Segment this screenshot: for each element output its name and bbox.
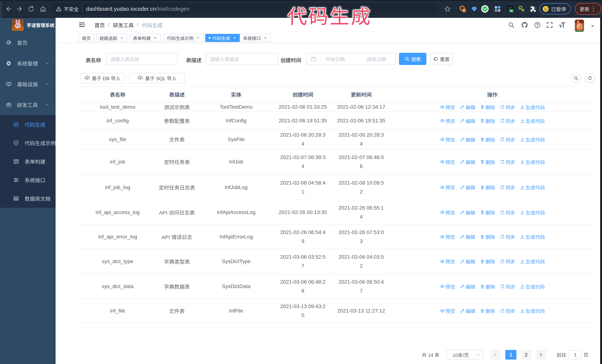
- profile-paused-badge[interactable]: 已暂停: [539, 3, 571, 14]
- page-button-2[interactable]: 2: [521, 350, 531, 360]
- column-header-actions[interactable]: 操作: [391, 91, 594, 98]
- tab-close-icon[interactable]: ×: [153, 36, 157, 40]
- page-size-select[interactable]: 10条/页: [446, 350, 483, 360]
- generate-code-link[interactable]: 生成代码: [520, 117, 545, 124]
- user-avatar[interactable]: [575, 20, 584, 32]
- edit-link[interactable]: 编辑: [460, 104, 475, 111]
- sidebar-item-form-builder[interactable]: 表单构建: [0, 152, 55, 171]
- generate-code-link[interactable]: 生成代码: [520, 233, 545, 240]
- delete-link[interactable]: 删除: [480, 158, 495, 165]
- header-fullscreen-button[interactable]: [544, 18, 555, 32]
- bookmark-star-button[interactable]: [443, 4, 452, 13]
- column-header-table-name[interactable]: 表名称: [80, 91, 156, 98]
- sidebar-item-system-management[interactable]: 系统管理: [0, 53, 55, 74]
- table-row[interactable]: tool_test_demo 测试示例表 ToolTestDemo 2021-0…: [80, 103, 594, 112]
- header-fontsize-button[interactable]: [557, 18, 567, 32]
- column-header-entity[interactable]: 实体: [198, 91, 274, 98]
- preview-link[interactable]: 预览: [440, 184, 455, 191]
- browser-menu-kebab-icon[interactable]: [593, 6, 594, 12]
- goto-page-input[interactable]: 1: [569, 350, 582, 359]
- table-row[interactable]: inf_api_error_log API 错误日志 InfApiErrorLo…: [80, 225, 594, 249]
- sync-link[interactable]: 同步: [500, 307, 515, 314]
- tab-form-builder[interactable]: 表单构建×: [130, 34, 161, 42]
- sidebar-item-home[interactable]: 首页: [0, 32, 55, 53]
- table-row[interactable]: sys_dict_type 字典类型表 SysDictType 2021-03-…: [80, 249, 594, 274]
- toggle-search-button[interactable]: [571, 73, 581, 83]
- sidebar-item-infrastructure[interactable]: 基础设施: [0, 74, 55, 94]
- preview-link[interactable]: 预览: [440, 209, 455, 216]
- generate-code-link[interactable]: 生成代码: [520, 184, 545, 191]
- breadcrumb-section[interactable]: 研发工具: [113, 21, 134, 29]
- import-from-sql-button[interactable]: 基于 SQL 导入: [129, 73, 185, 83]
- edit-link[interactable]: 编辑: [460, 233, 475, 240]
- search-button[interactable]: 搜索: [399, 53, 426, 65]
- table-row[interactable]: sys_dict_data 字典数据表 SysDictData 2021-03-…: [80, 274, 594, 299]
- column-header-create-time[interactable]: 创建时间: [274, 90, 332, 99]
- next-page-button[interactable]: [536, 350, 546, 360]
- address-bar[interactable]: 不安全 dashboard.yudao.iocoder.cn/tool/code…: [52, 3, 439, 15]
- edit-link[interactable]: 编辑: [460, 209, 475, 216]
- tab-system-api[interactable]: 系统接口×: [240, 34, 271, 42]
- table-row[interactable]: inf_job 定时任务表 InfJob 2021-02-07 06:39:3 …: [80, 149, 594, 175]
- delete-link[interactable]: 删除: [480, 184, 495, 191]
- header-search-button[interactable]: [506, 18, 516, 32]
- tab-close-icon[interactable]: ×: [119, 36, 124, 40]
- reset-button[interactable]: 重置: [430, 53, 453, 65]
- header-github-button[interactable]: [519, 18, 530, 32]
- extension-icon-puzzle[interactable]: [529, 5, 537, 13]
- sync-link[interactable]: 同步: [500, 158, 515, 165]
- tab-close-icon[interactable]: ×: [263, 36, 268, 40]
- generate-code-link[interactable]: 生成代码: [520, 258, 545, 265]
- prev-page-button[interactable]: [490, 350, 501, 360]
- preview-link[interactable]: 预览: [440, 307, 455, 314]
- extension-icon-key[interactable]: [517, 5, 526, 13]
- sync-link[interactable]: 同步: [500, 258, 515, 265]
- generate-code-link[interactable]: 生成代码: [520, 136, 545, 143]
- tab-close-icon[interactable]: ×: [232, 36, 237, 40]
- extension-icon-gem[interactable]: [470, 5, 478, 13]
- preview-link[interactable]: 预览: [440, 136, 455, 143]
- edit-link[interactable]: 编辑: [460, 158, 475, 165]
- sync-link[interactable]: 同步: [500, 117, 515, 124]
- sidebar-item-codegen-demo[interactable]: 代码生成示例: [0, 134, 55, 152]
- table-row[interactable]: inf_api_access_log API 访问日志表 InfApiAcces…: [80, 200, 594, 225]
- sync-link[interactable]: 同步: [500, 209, 515, 216]
- generate-code-link[interactable]: 生成代码: [520, 158, 545, 165]
- sync-link[interactable]: 同步: [500, 136, 515, 143]
- generate-code-link[interactable]: 生成代码: [520, 307, 545, 314]
- delete-link[interactable]: 删除: [480, 233, 495, 240]
- sidebar-item-codegen[interactable]: 代码生成: [0, 115, 55, 134]
- tab-codegen-demo[interactable]: 代码生成示例×: [163, 34, 204, 42]
- edit-link[interactable]: 编辑: [460, 258, 475, 265]
- edit-link[interactable]: 编辑: [460, 307, 475, 314]
- sidebar-toggle-hamburger[interactable]: [78, 21, 85, 28]
- preview-link[interactable]: 预览: [440, 233, 455, 240]
- avatar-caret-down-icon[interactable]: [590, 24, 595, 29]
- delete-link[interactable]: 删除: [480, 307, 495, 314]
- browser-update-button[interactable]: 更新: [575, 3, 601, 15]
- edit-link[interactable]: 编辑: [460, 283, 475, 290]
- extension-icon-check[interactable]: [481, 5, 489, 13]
- delete-link[interactable]: 删除: [480, 258, 495, 265]
- preview-link[interactable]: 预览: [440, 104, 455, 111]
- table-name-input[interactable]: 请输入表名称: [106, 53, 177, 65]
- date-end-placeholder[interactable]: 结束日期: [358, 56, 395, 62]
- date-start-placeholder[interactable]: 开始日期: [316, 56, 354, 62]
- tab-codegen[interactable]: 代码生成×: [205, 34, 240, 42]
- table-row[interactable]: inf_config 参数配置表 InfConfig 2021-02-06 19…: [80, 112, 594, 130]
- browser-forward-button[interactable]: [15, 4, 24, 13]
- table-row[interactable]: sys_file 文件表 SysFile 2021-02-06 20:28:3 …: [80, 130, 594, 149]
- sync-link[interactable]: 同步: [500, 104, 515, 111]
- table-row[interactable]: inf_file 文件表 InfFile 2021-03-13 09:43:2 …: [80, 299, 594, 323]
- column-header-update-time[interactable]: 更新时间: [332, 90, 391, 99]
- sync-link[interactable]: 同步: [500, 184, 515, 191]
- tab-close-icon[interactable]: ×: [196, 36, 200, 40]
- sidebar-item-system-api[interactable]: 系统接口: [0, 171, 55, 189]
- page-scrollbar[interactable]: [600, 18, 602, 364]
- column-header-table-desc[interactable]: 表描述: [156, 91, 198, 98]
- header-docs-button[interactable]: [532, 18, 543, 32]
- refresh-table-button[interactable]: [585, 73, 595, 83]
- sidebar-item-dev-tools[interactable]: 研发工具: [0, 94, 55, 115]
- delete-link[interactable]: 删除: [480, 209, 495, 216]
- sidebar-logo[interactable]: 芋道管理系统: [0, 18, 55, 32]
